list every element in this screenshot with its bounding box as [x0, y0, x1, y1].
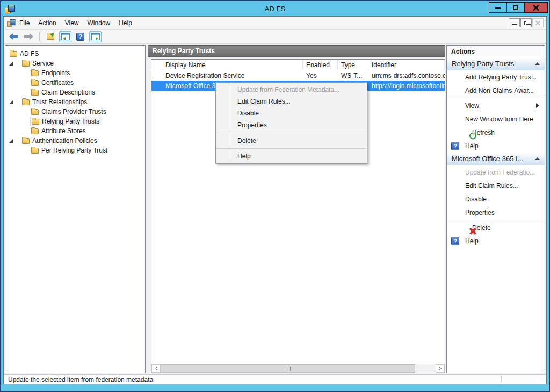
expander-icon[interactable] — [9, 100, 13, 104]
tree-item-adfs[interactable]: AD FS — [5, 49, 145, 59]
column-enabled[interactable]: Enabled — [303, 60, 338, 70]
tree-item-label: Attribute Stores — [41, 127, 86, 135]
action-disable[interactable]: Disable — [447, 192, 545, 206]
menu-file[interactable]: File — [15, 17, 34, 29]
menu-help[interactable]: Help — [114, 17, 136, 29]
menu-action[interactable]: Action — [34, 17, 60, 29]
scroll-left-button[interactable]: < — [151, 364, 161, 373]
cell-enabled: Yes — [303, 70, 338, 81]
action-add-non-claims-aware[interactable]: Add Non-Claims-Awar... — [447, 84, 545, 97]
close-button[interactable] — [524, 2, 548, 13]
menu-window[interactable]: Window — [83, 17, 115, 29]
refresh-icon — [469, 132, 476, 139]
minimize-icon — [495, 7, 501, 9]
action-add-relying-party-trust[interactable]: Add Relying Party Trus... — [447, 70, 545, 84]
tree-item-per-relying-party-trust[interactable]: Per Relying Party Trust — [5, 146, 145, 155]
forward-button[interactable] — [23, 31, 35, 42]
action-help-2[interactable]: Help — [447, 234, 545, 248]
cell-display-name: Device Registration Service — [162, 70, 303, 81]
tree-item-certificates[interactable]: Certificates — [5, 78, 145, 88]
child-minimize-button[interactable] — [509, 18, 520, 27]
tree-item-relying-party-trusts[interactable]: Relying Party Trusts — [5, 117, 145, 126]
back-button[interactable] — [8, 31, 20, 42]
action-properties[interactable]: Properties — [447, 206, 545, 219]
child-restore-button[interactable] — [520, 18, 532, 27]
close-icon — [533, 4, 539, 11]
collapse-icon[interactable] — [535, 62, 540, 65]
action-new-window-from-here[interactable]: New Window from Here — [447, 112, 545, 126]
action-label: Help — [465, 237, 479, 245]
show-action-pane-button[interactable] — [89, 31, 102, 42]
context-help[interactable]: Help — [216, 150, 367, 162]
folder-icon — [31, 90, 39, 96]
tree-item-authentication-policies[interactable]: Authentication Policies — [5, 136, 145, 146]
results-pane-header: Relying Party Trusts — [148, 45, 445, 57]
collapse-icon[interactable] — [535, 157, 540, 160]
show-console-tree-button[interactable] — [59, 31, 71, 42]
scrollbar-grip-icon — [286, 367, 291, 371]
table-row[interactable]: Device Registration Service Yes WS-T... … — [151, 70, 445, 81]
help-toolbar-button[interactable] — [74, 31, 86, 42]
title-bar: AD FS — [1, 1, 549, 16]
scrollbar-thumb[interactable] — [161, 364, 415, 373]
section-title: Relying Party Trusts — [452, 60, 514, 68]
child-close-button[interactable] — [532, 18, 544, 27]
action-edit-claim-rules[interactable]: Edit Claim Rules... — [447, 179, 545, 192]
status-bar: Update the selected item from federation… — [4, 374, 546, 384]
action-delete[interactable]: Delete — [447, 221, 545, 234]
console-tree-pane: AD FS Service Endpoints Certificates — [5, 45, 146, 373]
action-refresh[interactable]: Refresh — [447, 126, 545, 139]
actions-pane: Actions Relying Party Trusts Add Relying… — [446, 45, 545, 373]
section-header-microsoft-office-365[interactable]: Microsoft Office 365 I... — [447, 153, 545, 165]
main-area: AD FS Service Endpoints Certificates — [4, 44, 546, 374]
window-controls — [489, 2, 548, 13]
column-display-name[interactable]: Display Name — [162, 60, 303, 70]
action-label: Help — [465, 142, 479, 150]
context-delete[interactable]: Delete — [216, 135, 367, 147]
menu-separator — [216, 148, 367, 149]
folder-icon — [31, 70, 39, 76]
column-icon[interactable] — [151, 60, 162, 70]
section-title: Microsoft Office 365 I... — [452, 155, 523, 163]
tree-item-claim-descriptions[interactable]: Claim Descriptions — [5, 88, 145, 97]
expander-icon[interactable] — [9, 139, 13, 143]
section-header-relying-party-trusts[interactable]: Relying Party Trusts — [447, 57, 545, 70]
back-icon — [9, 33, 18, 40]
context-properties[interactable]: Properties — [216, 119, 367, 131]
minimize-button[interactable] — [489, 2, 507, 13]
console-icon — [7, 19, 15, 26]
tree-item-label: Service — [32, 60, 54, 67]
export-list-button[interactable] — [44, 31, 56, 42]
actions-separator — [447, 220, 545, 220]
tree-item-attribute-stores[interactable]: Attribute Stores — [5, 126, 145, 136]
console-tree-icon — [61, 33, 70, 40]
menu-view[interactable]: View — [61, 17, 83, 29]
tree-item-trust-relationships[interactable]: Trust Relationships — [5, 97, 145, 107]
horizontal-scrollbar[interactable]: < > — [151, 364, 445, 373]
context-disable[interactable]: Disable — [216, 107, 367, 119]
folder-icon — [22, 61, 30, 67]
tree-item-endpoints[interactable]: Endpoints — [5, 68, 145, 78]
scroll-right-button[interactable]: > — [436, 364, 445, 373]
scrollbar-track[interactable] — [415, 364, 436, 373]
context-edit-claim-rules[interactable]: Edit Claim Rules... — [216, 96, 367, 107]
action-label: Update from Federatio... — [465, 169, 535, 176]
column-identifier[interactable]: Identifier — [368, 60, 445, 70]
folder-icon — [31, 109, 39, 115]
action-help[interactable]: Help — [447, 139, 545, 153]
cell-type: WS-T... — [338, 70, 368, 81]
tree-item-label: Authentication Policies — [32, 137, 97, 144]
folder-icon — [31, 128, 39, 134]
expander-icon[interactable] — [9, 61, 13, 66]
cell-identifier: https://login.microsoftonline.co — [368, 81, 445, 91]
child-close-icon — [535, 20, 540, 25]
help-icon — [451, 142, 459, 150]
tree-selection: Relying Party Trusts — [30, 117, 102, 126]
tree-item-claims-provider-trusts[interactable]: Claims Provider Trusts — [5, 107, 145, 117]
column-type[interactable]: Type — [338, 60, 368, 70]
tree-item-service[interactable]: Service — [5, 59, 145, 68]
tree-item-label: Certificates — [41, 79, 74, 86]
delete-icon — [469, 227, 476, 234]
action-view[interactable]: View — [447, 99, 545, 112]
maximize-button[interactable] — [506, 2, 525, 13]
